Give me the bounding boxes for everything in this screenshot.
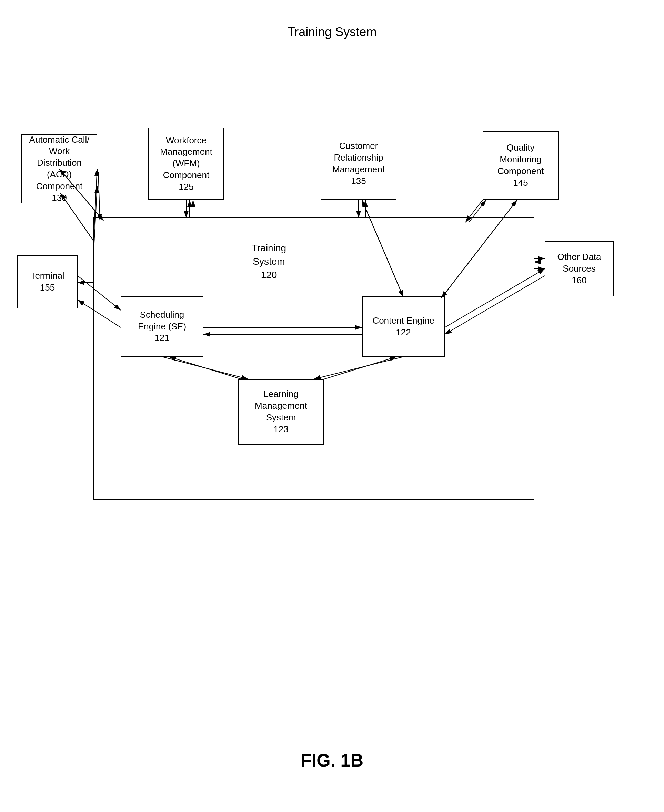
qmc-label: Quality Monitoring Component: [487, 142, 554, 177]
terminal-box: Terminal 155: [17, 255, 78, 309]
wfm-num: 125: [179, 181, 194, 193]
wfm-box: Workforce Management (WFM) Component 125: [148, 128, 224, 200]
svg-line-28: [98, 172, 100, 221]
lms-num: 123: [273, 424, 288, 435]
acd-box: Automatic Call/ Work Distribution (ACD) …: [21, 135, 97, 203]
ce-label: Content Engine: [372, 315, 434, 327]
acd-label: Automatic Call/ Work Distribution (ACD) …: [26, 134, 93, 192]
other-num: 160: [571, 275, 586, 286]
terminal-num: 155: [40, 282, 55, 294]
acd-num: 130: [52, 192, 67, 204]
wfm-label: Workforce Management (WFM) Component: [152, 135, 220, 181]
page-title: Training System: [288, 25, 377, 39]
se-num: 121: [155, 332, 169, 344]
crm-box: Customer Relationship Management 135: [321, 128, 397, 200]
crm-num: 135: [351, 175, 366, 187]
other-label: Other Data Sources: [549, 251, 610, 275]
lms-label: Learning Management System: [242, 388, 320, 423]
training-system-label: Training System 120: [234, 241, 303, 269]
ce-num: 122: [396, 327, 411, 338]
ce-box: Content Engine 122: [362, 296, 445, 357]
training-system-outer: [93, 217, 534, 500]
qmc-num: 145: [513, 177, 528, 189]
qmc-box: Quality Monitoring Component 145: [483, 131, 558, 200]
terminal-label: Terminal: [30, 270, 64, 282]
fig-label: FIG. 1B: [301, 750, 363, 771]
se-box: Scheduling Engine (SE) 121: [120, 296, 203, 357]
crm-label: Customer Relationship Management: [325, 140, 392, 175]
other-box: Other Data Sources 160: [545, 241, 614, 296]
lms-box: Learning Management System 123: [238, 379, 324, 445]
se-label: Scheduling Engine (SE): [125, 309, 199, 333]
